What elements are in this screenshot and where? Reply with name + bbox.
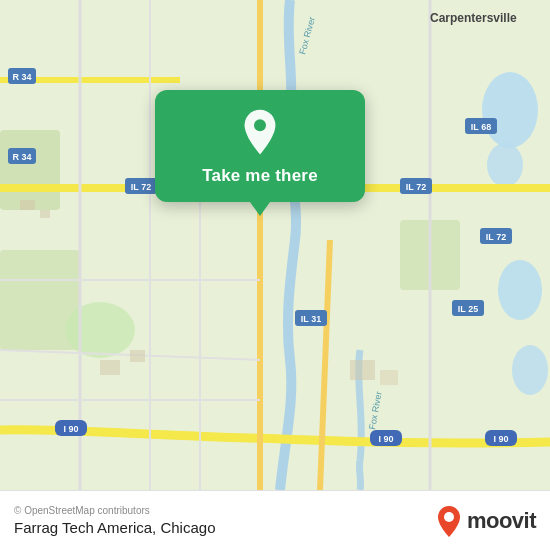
svg-text:IL 68: IL 68 <box>471 122 491 132</box>
svg-text:I 90: I 90 <box>63 424 78 434</box>
svg-text:IL 72: IL 72 <box>486 232 506 242</box>
svg-rect-47 <box>100 360 120 375</box>
svg-text:I 90: I 90 <box>493 434 508 444</box>
svg-text:IL 72: IL 72 <box>131 182 151 192</box>
svg-point-4 <box>512 345 548 395</box>
svg-text:Carpentersville: Carpentersville <box>430 11 517 25</box>
attribution-text: © OpenStreetMap contributors <box>14 505 215 516</box>
svg-rect-45 <box>20 200 35 210</box>
svg-rect-46 <box>40 210 50 218</box>
svg-text:IL 72: IL 72 <box>406 182 426 192</box>
svg-text:R 34: R 34 <box>12 72 31 82</box>
svg-point-3 <box>498 260 542 320</box>
svg-rect-50 <box>380 370 398 385</box>
map-container: Fox River Fox River R 34 R 34 <box>0 0 550 490</box>
svg-point-2 <box>487 143 523 187</box>
svg-rect-49 <box>350 360 375 380</box>
svg-point-52 <box>444 512 454 522</box>
svg-rect-48 <box>130 350 145 362</box>
map-svg: Fox River Fox River R 34 R 34 <box>0 0 550 490</box>
svg-text:IL 31: IL 31 <box>301 314 321 324</box>
bottom-left-info: © OpenStreetMap contributors Farrag Tech… <box>14 505 215 536</box>
take-me-there-button[interactable]: Take me there <box>202 166 318 186</box>
location-name: Farrag Tech America, Chicago <box>14 519 215 536</box>
svg-point-51 <box>254 119 266 131</box>
svg-text:R 34: R 34 <box>12 152 31 162</box>
popup-card: Take me there <box>155 90 365 202</box>
svg-text:I 90: I 90 <box>378 434 393 444</box>
location-pin-icon <box>236 108 284 156</box>
moovit-pin-icon <box>436 505 462 537</box>
svg-point-1 <box>482 72 538 148</box>
moovit-brand-text: moovit <box>467 508 536 534</box>
moovit-logo: moovit <box>436 505 536 537</box>
svg-rect-7 <box>0 130 60 210</box>
bottom-bar: © OpenStreetMap contributors Farrag Tech… <box>0 490 550 550</box>
svg-point-9 <box>65 302 135 358</box>
svg-rect-0 <box>0 0 550 490</box>
svg-text:IL 25: IL 25 <box>458 304 478 314</box>
